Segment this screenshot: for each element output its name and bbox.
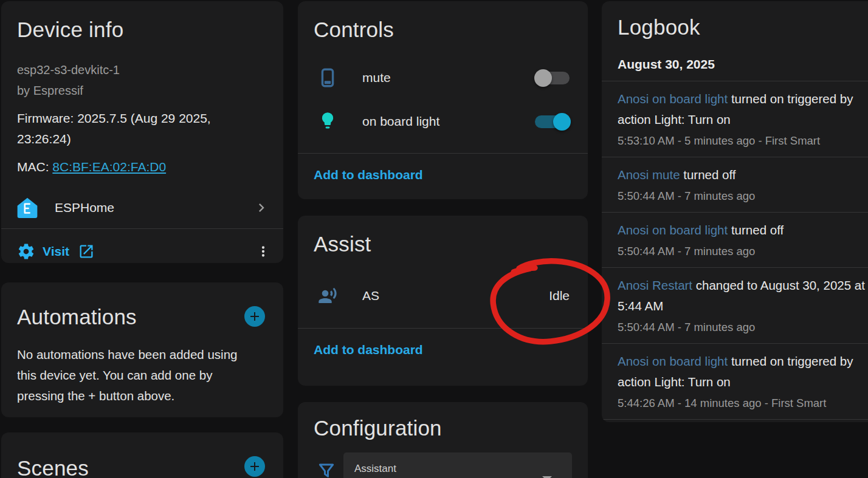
toggle-knob <box>553 113 571 131</box>
logbook-message: turned off <box>728 223 784 237</box>
logbook-entity-link[interactable]: Anosi mute <box>618 168 680 182</box>
chevron-right-icon <box>253 199 270 216</box>
logbook-entry: Anosi Restart changed to August 30, 2025… <box>602 267 868 343</box>
scenes-card: Scenes <box>1 432 283 478</box>
plus-icon <box>247 459 262 474</box>
scenes-title: Scenes <box>17 456 267 478</box>
logbook-entity-link[interactable]: Anosi Restart <box>618 278 692 292</box>
automations-title: Automations <box>17 304 267 330</box>
add-to-dashboard-link[interactable]: Add to dashboard <box>314 343 423 357</box>
entity-label: on board light <box>362 114 439 129</box>
visit-label: Visit <box>43 244 69 259</box>
automations-empty-text: No automations have been added using thi… <box>17 344 267 406</box>
logbook-timestamp: 5:53:10 AM - 5 minutes ago - First Smart <box>618 132 868 149</box>
person-voice-icon <box>317 285 338 306</box>
assist-row-as: AS Idle <box>314 276 572 315</box>
device-mac-row: MAC: 8C:BF:EA:02:FA:D0 <box>17 157 267 177</box>
integration-row-esphome[interactable]: ESPHome <box>1 187 283 228</box>
device-info-title: Device info <box>17 17 267 43</box>
toggle-knob <box>534 69 552 87</box>
assist-card: Assist AS Idle Add to dashboard <box>298 216 588 386</box>
logbook-timestamp: 5:50:44 AM - 7 minutes ago <box>618 188 868 204</box>
assist-title: Assist <box>314 231 572 257</box>
assist-entity-label: AS <box>362 289 379 303</box>
assistant-select[interactable]: Assistant <box>343 452 572 478</box>
siren-icon <box>317 67 338 88</box>
control-row-on-board-light: on board light <box>314 100 572 143</box>
configuration-title: Configuration <box>314 415 572 441</box>
logbook-entity-link[interactable]: Anosi on board light <box>618 354 728 368</box>
assistant-select-label: Assistant <box>354 463 396 475</box>
entity-label: mute <box>362 70 391 85</box>
add-automation-button[interactable] <box>244 306 265 327</box>
dots-vertical-menu-icon[interactable] <box>255 244 271 259</box>
funnel-icon <box>317 462 336 478</box>
device-manufacturer: by Espressif <box>17 80 267 101</box>
mac-address-link[interactable]: 8C:BF:EA:02:FA:D0 <box>52 160 166 174</box>
assist-entity-state: Idle <box>549 289 570 303</box>
device-firmware: Firmware: 2025.7.5 (Aug 29 2025, 23:26:2… <box>17 108 267 149</box>
visit-row: Visit <box>1 229 283 263</box>
lightbulb-icon <box>317 111 338 132</box>
add-scene-button[interactable] <box>244 456 265 477</box>
on-board-light-toggle[interactable] <box>535 115 570 128</box>
integration-name: ESPHome <box>55 200 114 215</box>
logbook-date-header: August 30, 2025 <box>618 57 868 72</box>
logbook-entity-link[interactable]: Anosi on board light <box>618 223 728 237</box>
controls-title: Controls <box>314 17 572 43</box>
add-to-dashboard-link[interactable]: Add to dashboard <box>314 168 423 182</box>
logbook-entries: Anosi on board light turned on triggered… <box>602 81 868 420</box>
visit-link[interactable]: Visit <box>17 242 95 261</box>
logbook-card: Logbook August 30, 2025 Anosi on board l… <box>602 1 868 422</box>
logbook-entry: Anosi mute turned off 5:50:44 AM - 7 min… <box>602 157 868 212</box>
mac-label: MAC: <box>17 160 52 174</box>
esphome-logo-icon <box>16 196 39 219</box>
logbook-message: turned off <box>680 168 736 182</box>
plus-icon <box>247 309 262 324</box>
device-info-card: Device info esp32-s3-devkitc-1 by Espres… <box>1 1 283 263</box>
logbook-entry: Anosi on board light turned off 5:50:44 … <box>602 212 868 267</box>
control-row-mute: mute <box>314 56 572 100</box>
logbook-timestamp: 5:50:44 AM - 7 minutes ago <box>618 319 868 335</box>
logbook-timestamp: 5:50:44 AM - 7 minutes ago <box>618 243 868 259</box>
logbook-title: Logbook <box>618 15 868 40</box>
logbook-timestamp: 5:44:26 AM - 14 minutes ago - First Smar… <box>618 395 868 411</box>
automations-card: Automations No automations have been add… <box>1 282 283 417</box>
configuration-card: Configuration Assistant <box>298 402 588 478</box>
mute-toggle[interactable] <box>535 72 570 84</box>
gear-icon <box>17 242 35 261</box>
device-name: esp32-s3-devkitc-1 <box>17 60 267 80</box>
logbook-entry: Anosi on board light turned on triggered… <box>602 81 868 157</box>
logbook-entity-link[interactable]: Anosi on board light <box>618 92 728 106</box>
open-in-new-icon <box>78 243 95 260</box>
controls-card: Controls mute <box>298 1 588 199</box>
logbook-entry: Anosi on board light turned on triggered… <box>602 343 868 419</box>
